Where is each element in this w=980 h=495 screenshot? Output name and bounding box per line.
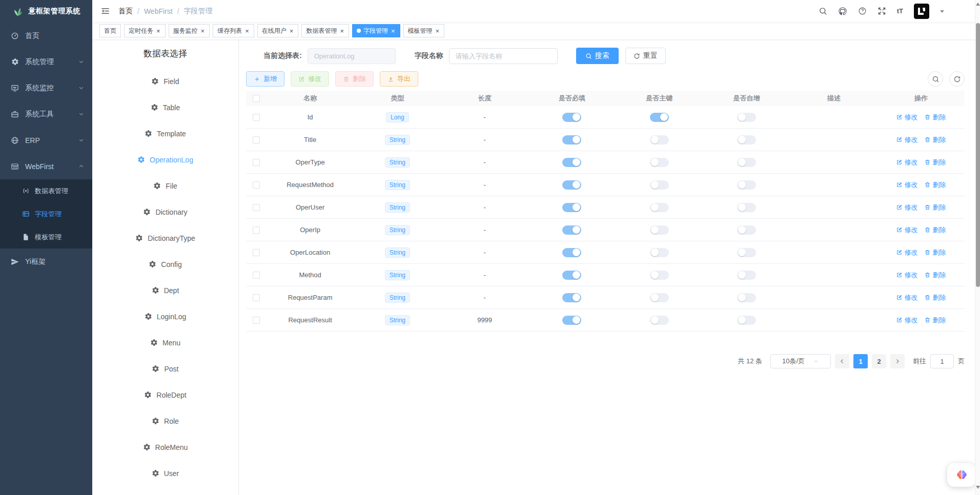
edit-row-link[interactable]: 修改 [896, 293, 917, 302]
edit-button[interactable]: 修改 [291, 71, 329, 87]
primary-key-toggle[interactable] [650, 271, 669, 280]
row-checkbox[interactable] [253, 136, 260, 143]
tree-item-LoginLog[interactable]: LoginLog [92, 303, 238, 329]
primary-key-toggle[interactable] [650, 293, 669, 302]
edit-row-link[interactable]: 修改 [896, 135, 917, 145]
primary-key-toggle[interactable] [650, 135, 669, 145]
font-size-icon[interactable]: tT [897, 7, 903, 15]
delete-row-link[interactable]: 删除 [924, 135, 946, 145]
tree-item-Template[interactable]: Template [92, 120, 238, 147]
edit-row-link[interactable]: 修改 [896, 180, 917, 190]
tree-item-Menu[interactable]: Menu [92, 329, 238, 356]
sidebar-item-system-tools[interactable]: 系统工具 [0, 101, 92, 127]
sidebar-item-yi-framework[interactable]: Yi框架 [0, 249, 92, 275]
tree-item-RoleMenu[interactable]: RoleMenu [92, 434, 238, 460]
scroll-down-arrow-icon[interactable] [976, 486, 980, 489]
row-checkbox[interactable] [253, 114, 260, 121]
edit-row-link[interactable]: 修改 [896, 158, 917, 167]
auto-increment-toggle[interactable] [737, 113, 756, 122]
close-icon[interactable]: × [200, 28, 206, 34]
tree-item-DictionaryType[interactable]: DictionaryType [92, 225, 238, 251]
scroll-up-arrow-icon[interactable] [976, 3, 980, 6]
tab-cache-list[interactable]: 缓存列表× [213, 24, 254, 37]
sidebar-item-table-manage[interactable]: 数据表管理 [0, 179, 92, 202]
auto-increment-toggle[interactable] [737, 135, 756, 145]
auto-increment-toggle[interactable] [737, 158, 756, 167]
primary-key-toggle[interactable] [650, 316, 669, 325]
row-checkbox[interactable] [253, 249, 260, 256]
sidebar-item-webfirst[interactable]: WebFirst [0, 153, 92, 179]
tree-item-Config[interactable]: Config [92, 251, 238, 277]
help-icon[interactable] [858, 7, 867, 15]
edit-row-link[interactable]: 修改 [896, 113, 917, 122]
primary-key-toggle[interactable] [650, 180, 669, 190]
primary-key-toggle[interactable] [650, 113, 669, 122]
row-checkbox[interactable] [253, 226, 260, 234]
tab-service-monitor[interactable]: 服务监控× [169, 24, 210, 37]
auto-increment-toggle[interactable] [737, 225, 756, 235]
edit-row-link[interactable]: 修改 [896, 248, 917, 257]
tree-item-Field[interactable]: Field [92, 68, 238, 94]
search-button[interactable]: 搜索 [576, 48, 619, 64]
delete-row-link[interactable]: 删除 [924, 180, 946, 190]
auto-increment-toggle[interactable] [737, 203, 756, 212]
delete-button[interactable]: 删除 [335, 71, 374, 87]
reset-button[interactable]: 重置 [625, 48, 666, 64]
scrollbar-thumb[interactable] [976, 23, 980, 287]
table-search-toggle-button[interactable] [928, 71, 943, 87]
tree-item-Dictionary[interactable]: Dictionary [92, 199, 238, 225]
search-icon[interactable] [819, 7, 827, 15]
row-checkbox[interactable] [253, 317, 260, 324]
edit-row-link[interactable]: 修改 [896, 203, 917, 212]
tab-field-manage[interactable]: 字段管理× [352, 24, 400, 37]
field-name-input[interactable] [449, 48, 558, 64]
tree-item-User[interactable]: User [92, 460, 238, 486]
required-toggle[interactable] [562, 271, 581, 280]
row-checkbox[interactable] [253, 159, 260, 166]
primary-key-toggle[interactable] [650, 248, 669, 257]
sidebar-item-erp[interactable]: ERP [0, 127, 92, 153]
delete-row-link[interactable]: 删除 [924, 293, 946, 302]
delete-row-link[interactable]: 删除 [924, 203, 946, 212]
github-icon[interactable] [838, 7, 847, 16]
delete-row-link[interactable]: 删除 [924, 113, 946, 122]
avatar-dropdown-caret-icon[interactable] [940, 10, 944, 15]
row-checkbox[interactable] [253, 204, 260, 211]
tab-online-users[interactable]: 在线用户× [257, 24, 299, 37]
tree-item-Table[interactable]: Table [92, 94, 238, 120]
scrollbar[interactable] [975, 0, 980, 495]
row-checkbox[interactable] [253, 272, 260, 279]
tree-item-Role[interactable]: Role [92, 408, 238, 434]
close-icon[interactable]: × [156, 28, 161, 34]
tree-item-Post[interactable]: Post [92, 356, 238, 382]
app-logo[interactable]: 意框架管理系统 [0, 0, 92, 23]
primary-key-toggle[interactable] [650, 158, 669, 167]
tab-home[interactable]: 首页 [99, 24, 121, 37]
row-checkbox[interactable] [253, 181, 260, 189]
auto-increment-toggle[interactable] [737, 180, 756, 190]
tree-item-RoleDept[interactable]: RoleDept [92, 382, 238, 408]
required-toggle[interactable] [562, 135, 581, 145]
prev-page-button[interactable] [835, 354, 849, 368]
goto-page-input[interactable] [930, 354, 954, 368]
auto-increment-toggle[interactable] [737, 316, 756, 325]
tab-table-manage[interactable]: 数据表管理× [301, 24, 349, 37]
delete-row-link[interactable]: 删除 [924, 316, 946, 325]
export-button[interactable]: 导出 [380, 71, 418, 87]
sidebar-item-field-manage[interactable]: 字段管理 [0, 202, 92, 225]
close-icon[interactable]: × [391, 28, 396, 34]
delete-row-link[interactable]: 删除 [924, 271, 946, 280]
breadcrumb-item[interactable]: 首页 [118, 7, 133, 16]
edit-row-link[interactable]: 修改 [896, 271, 917, 280]
close-icon[interactable]: × [289, 28, 294, 34]
tree-item-UserPost[interactable]: UserPost [92, 486, 238, 495]
required-toggle[interactable] [562, 113, 581, 122]
auto-increment-toggle[interactable] [737, 271, 756, 280]
page-button-2[interactable]: 2 [872, 354, 886, 368]
tab-scheduled-tasks[interactable]: 定时任务× [124, 24, 166, 37]
required-toggle[interactable] [562, 158, 581, 167]
table-refresh-button[interactable] [949, 71, 965, 87]
required-toggle[interactable] [562, 225, 581, 235]
required-toggle[interactable] [562, 203, 581, 212]
page-size-select[interactable]: 10条/页 [770, 354, 831, 368]
